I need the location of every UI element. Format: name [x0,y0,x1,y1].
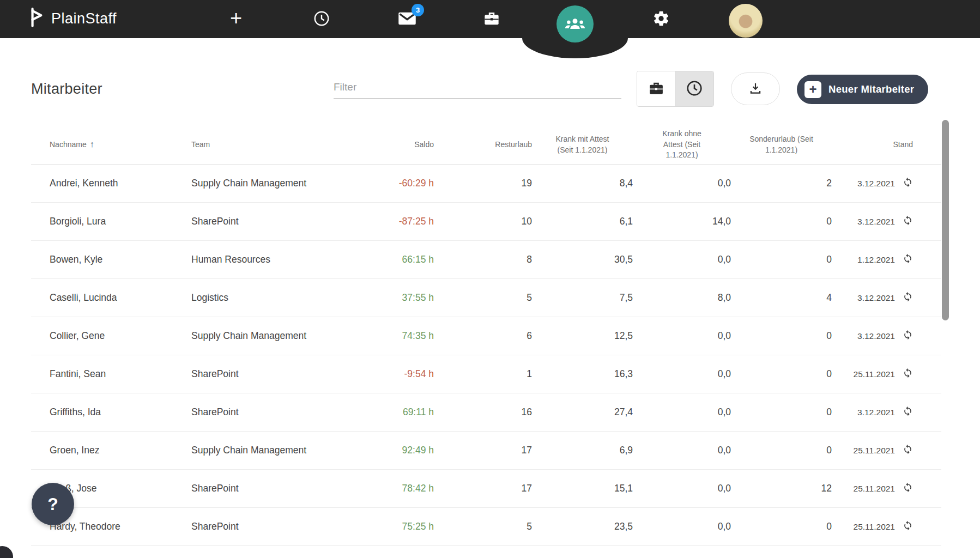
refresh-icon[interactable] [903,482,913,495]
refresh-icon[interactable] [903,177,913,190]
resturlaub-value: 5 [434,292,532,304]
employee-name: Caselli, Lucinda [50,292,191,304]
briefcase-icon [483,10,500,28]
column-header-team[interactable]: Team [191,140,371,150]
resturlaub-value: 17 [434,445,532,456]
nav-messages-button[interactable]: 3 [388,0,426,38]
employee-name: Hardy, Theodore [50,521,191,532]
refresh-icon[interactable] [903,215,913,228]
nav-settings-button[interactable] [642,0,680,38]
krank-mit-attest-value: 23,5 [532,521,633,532]
saldo-value: -87:25 h [371,216,434,227]
help-label: ? [47,494,58,514]
column-header-sonderurlaub[interactable]: Sonderurlaub (Seit 1.1.2021) [731,134,832,155]
refresh-icon[interactable] [903,444,913,457]
resturlaub-value: 19 [434,178,532,189]
sonderurlaub-value: 0 [731,330,832,342]
app-window: PlainStaff + 3 [0,0,980,558]
stand-date: 3.12.2021 [857,217,895,227]
krank-ohne-attest-value: 8,0 [633,292,731,304]
refresh-icon[interactable] [903,520,913,533]
sonderurlaub-value: 0 [731,254,832,265]
krank-ohne-attest-value: 0,0 [633,178,731,189]
sort-ascending-icon: ↑ [90,140,94,149]
sonderurlaub-value: 0 [731,445,832,456]
corner-peek-button[interactable] [0,546,13,558]
people-group-icon [565,16,585,33]
employee-name: Fantini, Sean [50,368,191,380]
brand-logo[interactable]: PlainStaff [28,7,117,30]
saldo-value: -9:54 h [371,368,434,380]
table-row[interactable]: Fantini, Sean SharePoint -9:54 h 1 16,3 … [31,355,941,393]
sonderurlaub-value: 4 [731,292,832,304]
saldo-value: 69:11 h [371,407,434,418]
krank-mit-attest-value: 8,4 [532,178,633,189]
table-body: Andrei, Kenneth Supply Chain Management … [31,165,941,546]
employee-team: SharePoint [191,368,371,380]
employee-team: Supply Chain Management [191,330,371,342]
saldo-value: 92:49 h [371,445,434,456]
user-avatar[interactable] [729,4,763,38]
plus-icon: + [804,81,821,98]
refresh-icon[interactable] [903,330,913,343]
table-row[interactable]: Griffiths, Ida SharePoint 69:11 h 16 27,… [31,393,941,432]
column-header-resturlaub[interactable]: Resturlaub [434,140,532,150]
refresh-icon[interactable] [903,406,913,419]
table-row[interactable]: Bowen, Kyle Human Resources 66:15 h 8 30… [31,241,941,279]
krank-mit-attest-value: 6,1 [532,216,633,227]
employee-name: Borgioli, Lura [50,216,191,227]
download-button[interactable] [731,72,780,105]
column-header-krank-mit-attest[interactable]: Krank mit Attest (Seit 1.1.2021) [532,134,633,155]
stand-date: 3.12.2021 [857,293,895,303]
column-header-saldo[interactable]: Saldo [371,140,434,150]
new-employee-label: Neuer Mitarbeiter [828,83,914,95]
nav-times-button[interactable] [303,0,341,38]
table-row[interactable]: Andrei, Kenneth Supply Chain Management … [31,165,941,203]
download-icon [748,81,763,97]
saldo-value: 78:42 h [371,483,434,494]
sonderurlaub-value: 2 [731,178,832,189]
clock-icon [686,80,703,99]
column-header-nachname[interactable]: Nachname↑ [50,138,191,150]
nav-add-button[interactable]: + [217,0,255,38]
employee-team: Supply Chain Management [191,178,371,189]
view-toggle-group [637,71,714,107]
krank-ohne-attest-value: 0,0 [633,407,731,418]
sonderurlaub-value: 12 [731,483,832,494]
help-button[interactable]: ? [32,483,74,525]
saldo-value: 74:35 h [371,330,434,342]
refresh-icon[interactable] [903,253,913,266]
refresh-icon[interactable] [903,368,913,381]
resturlaub-value: 5 [434,521,532,532]
sonderurlaub-value: 0 [731,368,832,380]
table-row[interactable]: Groen, Inez Supply Chain Management 92:4… [31,432,941,470]
nav-projects-button[interactable] [473,0,511,38]
filter-input[interactable] [334,75,621,99]
refresh-icon[interactable] [903,292,913,305]
table-row[interactable]: Groß, Jose SharePoint 78:42 h 17 15,1 0,… [31,470,941,508]
saldo-value: 75:25 h [371,521,434,532]
employee-name: Groen, Inez [50,445,191,456]
employee-team: SharePoint [191,521,371,532]
nav-employees-button[interactable] [556,5,594,43]
sonderurlaub-value: 0 [731,521,832,532]
table-row[interactable]: Borgioli, Lura SharePoint -87:25 h 10 6,… [31,203,941,241]
brand-name: PlainStaff [51,10,117,27]
column-header-stand[interactable]: Stand [832,140,941,150]
krank-mit-attest-value: 30,5 [532,254,633,265]
view-absences-toggle[interactable] [637,71,675,106]
krank-mit-attest-value: 16,3 [532,368,633,380]
plainstaff-logo-icon [28,7,46,30]
krank-mit-attest-value: 15,1 [532,483,633,494]
table-row[interactable]: Hardy, Theodore SharePoint 75:25 h 5 23,… [31,508,941,546]
new-employee-button[interactable]: + Neuer Mitarbeiter [797,75,928,104]
resturlaub-value: 8 [434,254,532,265]
table-row[interactable]: Collier, Gene Supply Chain Management 74… [31,317,941,355]
vertical-scrollbar-thumb[interactable] [942,120,949,320]
sonderurlaub-value: 0 [731,407,832,418]
employee-name: Andrei, Kenneth [50,178,191,189]
krank-ohne-attest-value: 0,0 [633,445,731,456]
table-row[interactable]: Caselli, Lucinda Logistics 37:55 h 5 7,5… [31,279,941,317]
column-header-krank-ohne-attest[interactable]: Krank ohne Attest (Seit 1.1.2021) [633,129,731,161]
view-times-toggle[interactable] [675,71,713,106]
